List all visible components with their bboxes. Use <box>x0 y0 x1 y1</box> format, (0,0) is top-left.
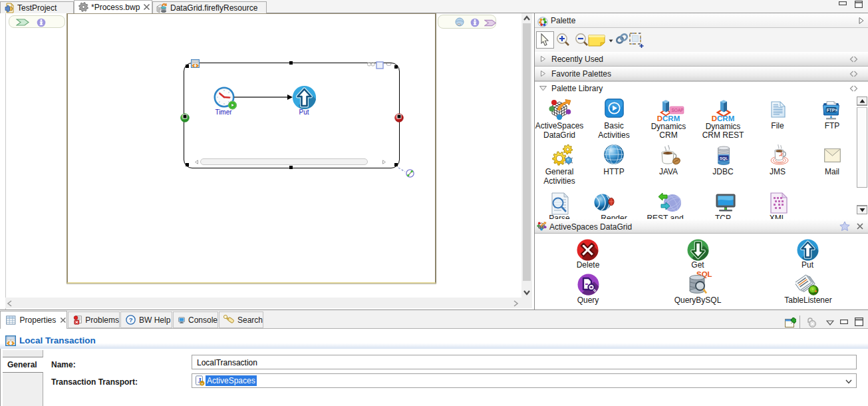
svg-text:FTP>: FTP> <box>827 108 837 112</box>
svg-text:SQL: SQL <box>720 156 728 160</box>
svg-text:?: ? <box>129 316 133 323</box>
svg-text:SOAP: SOAP <box>672 108 684 112</box>
